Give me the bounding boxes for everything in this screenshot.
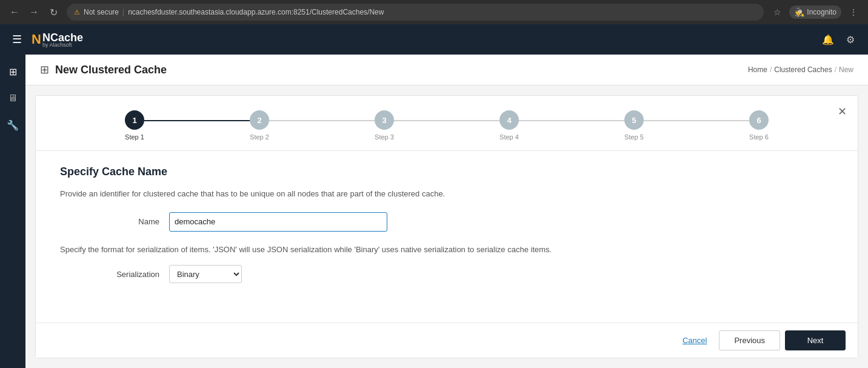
step-number-2: 2: [257, 116, 261, 125]
step-item-1: 1 Step 1: [72, 110, 197, 141]
wizard-body: Specify Cache Name Provide an identifier…: [36, 151, 858, 323]
incognito-icon: 🕵: [794, 7, 804, 17]
top-nav: ☰ N NCache by Alachsoft 🔔 ⚙: [0, 24, 868, 55]
bookmark-button[interactable]: ☆: [769, 4, 786, 21]
next-button[interactable]: Next: [785, 330, 846, 350]
name-label: Name: [60, 217, 169, 226]
wizard-footer: Cancel Previous Next: [36, 323, 858, 358]
step-label-4: Step 4: [499, 133, 519, 141]
reload-button[interactable]: ↻: [45, 4, 62, 21]
step-circle-5: 5: [624, 110, 644, 130]
settings-button[interactable]: ⚙: [843, 32, 858, 48]
name-form-row: Name: [60, 212, 833, 232]
steps-track: 1 Step 1 2 Step 2: [72, 110, 821, 141]
step-number-1: 1: [132, 116, 136, 125]
step-connector-5: [644, 120, 749, 121]
steps-area: 1 Step 1 2 Step 2: [36, 96, 858, 151]
breadcrumb-clustered-caches[interactable]: Clustered Caches: [774, 65, 832, 74]
dashboard-icon: ⊞: [9, 66, 17, 78]
step-label-1: Step 1: [125, 133, 144, 141]
wizard-card: ✕ 1 Step 1: [35, 95, 858, 358]
page-title: New Clustered Cache: [55, 64, 167, 76]
previous-button[interactable]: Previous: [719, 330, 780, 350]
page-title-icon: ⊞: [40, 63, 49, 76]
app-layout: ☰ N NCache by Alachsoft 🔔 ⚙ ⊞ 🖥 🔧: [0, 24, 868, 368]
page-content: ⊞ New Clustered Cache Home / Clustered C…: [25, 55, 868, 368]
wizard-close-button[interactable]: ✕: [833, 103, 850, 120]
sidebar-item-tools[interactable]: 🔧: [2, 114, 24, 136]
step-connector-1: [144, 120, 250, 121]
step-number-6: 6: [756, 116, 761, 125]
forward-button[interactable]: →: [25, 4, 42, 21]
logo-icon: N: [32, 32, 41, 47]
serialization-form-row: Serialization Binary JSON: [60, 265, 833, 283]
name-description: Provide an identifier for clustered cach…: [60, 188, 833, 200]
sidebar-item-dashboard[interactable]: ⊞: [2, 61, 24, 82]
main-area: ⊞ 🖥 🔧 ⊞ New Clustered Cache Home / Clust: [0, 55, 868, 368]
step-label-6: Step 6: [749, 133, 769, 141]
step-item-3: 3 Step 3: [322, 110, 447, 141]
step-circle-6: 6: [749, 110, 769, 130]
section-title: Specify Cache Name: [60, 166, 833, 178]
step-connector-4: [519, 120, 624, 121]
step-number-5: 5: [632, 116, 636, 125]
breadcrumb-home[interactable]: Home: [748, 65, 767, 74]
step-connector-2: [269, 120, 375, 121]
browser-nav-buttons: ← → ↻: [6, 4, 62, 21]
serialization-select[interactable]: Binary JSON: [169, 265, 242, 283]
more-options-button[interactable]: ⋮: [845, 4, 862, 21]
incognito-button[interactable]: 🕵 Incognito: [789, 5, 841, 19]
address-separator: |: [122, 8, 124, 16]
step-item-2: 2 Step 2: [197, 110, 322, 141]
security-warning-text: Not secure: [84, 8, 119, 16]
breadcrumb: Home / Clustered Caches / New: [748, 65, 853, 74]
url-text: ncachesfduster.southeastasia.cloudapp.az…: [128, 8, 384, 16]
sidebar-item-servers[interactable]: 🖥: [2, 87, 24, 109]
page-header: ⊞ New Clustered Cache Home / Clustered C…: [25, 55, 868, 85]
address-bar[interactable]: ⚠ Not secure | ncachesfduster.southeasta…: [67, 4, 764, 21]
step-label-5: Step 5: [624, 133, 644, 141]
step-number-3: 3: [382, 116, 386, 125]
breadcrumb-sep-1: /: [770, 65, 772, 74]
browser-chrome: ← → ↻ ⚠ Not secure | ncachesfduster.sout…: [0, 0, 868, 24]
step-circle-2: 2: [250, 110, 269, 130]
serialization-description: Specify the format for serialization of …: [60, 244, 833, 256]
step-circle-4: 4: [499, 110, 519, 130]
step-item-6: 6 Step 6: [696, 110, 821, 141]
app-logo: N NCache by Alachsoft: [32, 32, 83, 48]
security-warning-icon: ⚠: [74, 8, 80, 16]
serialization-label: Serialization: [60, 270, 169, 279]
name-input[interactable]: [169, 212, 387, 232]
step-label-3: Step 3: [375, 133, 394, 141]
top-nav-actions: 🔔 ⚙: [818, 32, 858, 48]
breadcrumb-new: New: [839, 65, 853, 74]
step-connector-3: [394, 120, 499, 121]
tools-icon: 🔧: [7, 119, 19, 131]
step-circle-1: 1: [125, 110, 144, 130]
step-item-5: 5 Step 5: [572, 110, 696, 141]
step-circle-3: 3: [375, 110, 394, 130]
step-number-4: 4: [507, 116, 511, 125]
hamburger-menu-button[interactable]: ☰: [10, 30, 24, 49]
back-button[interactable]: ←: [6, 4, 23, 21]
page-title-area: ⊞ New Clustered Cache: [40, 63, 167, 76]
browser-actions: ☆ 🕵 Incognito ⋮: [769, 4, 862, 21]
cancel-button[interactable]: Cancel: [675, 332, 714, 349]
breadcrumb-sep-2: /: [835, 65, 836, 74]
incognito-label: Incognito: [807, 8, 836, 16]
sidebar: ⊞ 🖥 🔧: [0, 55, 25, 368]
servers-icon: 🖥: [8, 93, 18, 104]
step-label-2: Step 2: [250, 133, 269, 141]
step-item-4: 4 Step 4: [447, 110, 572, 141]
notification-button[interactable]: 🔔: [818, 32, 838, 48]
